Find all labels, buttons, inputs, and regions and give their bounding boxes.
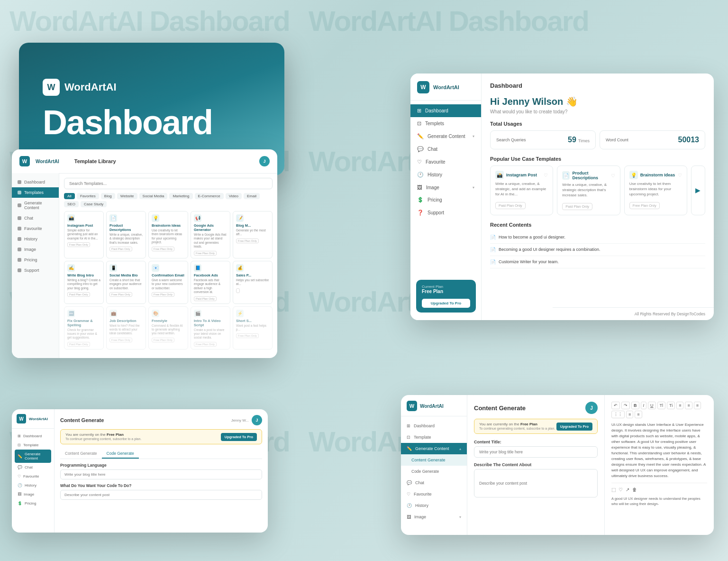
dash-nav-chat[interactable]: 💬 Chat [410, 143, 481, 156]
cwl-tool-h1[interactable]: Tl [657, 402, 666, 409]
dash-tc-product[interactable]: 📄 Product Descriptions ♡ Write a unique,… [557, 166, 620, 215]
upgrade-to-pro-button[interactable]: Upgraded To Pro [422, 299, 470, 308]
sidebar-item-templates[interactable]: Templates [12, 187, 59, 198]
cwl-tool-heart[interactable]: ♡ [619, 487, 623, 492]
template-card-short[interactable]: ⚡ Short S... Want post a fast helps p...… [233, 306, 273, 349]
filter-tab-favorites[interactable]: Favorites [77, 193, 99, 199]
cwl-content-title-input[interactable] [474, 446, 598, 458]
dash-tc-instagram[interactable]: 📸 Instagram Post ♡ Write a unique, creat… [490, 166, 553, 215]
cwl-nav-template[interactable]: ⊡Template [401, 432, 467, 443]
cwl-tool-bold[interactable]: B [631, 402, 639, 409]
template-card-confirm-email[interactable]: 📧 Confirmation Email Give a warm welcome… [148, 261, 188, 304]
recent-item-2[interactable]: 📄 Customize Writer for your team. [490, 256, 705, 268]
cws-nav-history[interactable]: 🕐History [15, 481, 51, 490]
filter-tab-case[interactable]: Case Study [81, 201, 107, 207]
cws-sub-tab-content[interactable]: Content Generate [60, 449, 102, 459]
cwl-upgrade-button[interactable]: Upgraded To Pro [556, 423, 592, 431]
cwl-nav-dashboard[interactable]: ⊞Dashboard [401, 420, 467, 432]
filter-tab-social[interactable]: Social Media [139, 193, 168, 199]
template-card-sales[interactable]: 💰 Sales P... Helps you set subscribe at.… [233, 261, 273, 304]
cwl-nav-image[interactable]: 🖼Image ▾ [401, 511, 467, 523]
cwl-tool-list[interactable]: ⋮⋮ [611, 411, 625, 418]
template-card-instagram[interactable]: 📸 Instagram Post Simple editor for gener… [64, 211, 104, 258]
cwl-tool-align-center[interactable]: ≡ [685, 402, 692, 409]
cwl-tool-undo[interactable]: ↶ [611, 402, 620, 409]
cws-nav-pricing[interactable]: 💲Pricing [15, 499, 51, 508]
filter-tab-seo[interactable]: SEO [64, 201, 79, 207]
cws-nav-image[interactable]: 🖼Image [15, 490, 51, 499]
dash-tc-brainstorm-heart[interactable]: ♡ [678, 173, 682, 178]
sidebar-item-generate[interactable]: Generate Content [12, 198, 59, 213]
filter-tab-marketing[interactable]: Marketing [169, 193, 192, 199]
template-card-video-script[interactable]: 🎬 Intro To A Video Script Create a post … [191, 306, 230, 349]
cws-nav-favourite[interactable]: ♡Favourite [15, 472, 51, 481]
filter-tab-email[interactable]: Email [244, 193, 260, 199]
sidebar-item-image[interactable]: Image [12, 244, 59, 255]
dash-tc-product-heart[interactable]: ♡ [611, 173, 615, 178]
template-card-facebook[interactable]: 📘 Facebook Ads Facebook ads that engage … [191, 261, 230, 304]
template-card-social-bio[interactable]: 📱 Social Media Bio Create a short bio th… [106, 261, 146, 304]
cwl-nav-favourite[interactable]: ♡Favourite [401, 488, 467, 500]
template-card-blog-intro[interactable]: ✍️ Write Blog Intro Writing a blog? Crea… [64, 261, 104, 304]
cws-upgrade-button[interactable]: Upgraded To Pro [221, 433, 257, 441]
cws-sub-tab-code[interactable]: Code Generate [102, 449, 139, 459]
dash-nav-generate[interactable]: ✏️ Generate Content ▾ [410, 130, 481, 143]
template-card-blog[interactable]: 📝 Blog M... Generate yo the most aff... … [233, 211, 273, 258]
recent-item-0[interactable]: 📄 How to become a good ui designer. [490, 231, 705, 244]
dash-nav-support[interactable]: ❓ Support [410, 206, 481, 219]
cws-nav-generate[interactable]: ✏️Generate Content [15, 450, 51, 463]
cwl-tool-redo[interactable]: ↷ [621, 402, 630, 409]
sidebar-item-support[interactable]: Support [12, 265, 59, 276]
dash-nav-pricing[interactable]: 💲 Pricing [410, 193, 481, 206]
cws-action-input[interactable] [60, 490, 262, 500]
dash-nav-favourite[interactable]: ♡ Favourite [410, 156, 481, 168]
filter-tab-blog[interactable]: Blog [101, 193, 115, 199]
cwl-nav-chat[interactable]: 💬Chat [401, 477, 467, 488]
recent-item-1[interactable]: 📄 Becoming a good UI designer requires a… [490, 244, 705, 256]
dash-tc-instagram-heart[interactable]: ♡ [544, 173, 548, 178]
recent-item-2-text: Customize Writer for your team. [499, 259, 559, 264]
cws-programming-input[interactable] [60, 469, 262, 479]
cwl-nav-history[interactable]: 🕐History [401, 500, 467, 511]
sidebar-item-chat[interactable]: Chat [12, 213, 59, 223]
cwl-tool-copy[interactable]: ⬚ [611, 487, 616, 492]
filter-tab-all[interactable]: All [64, 193, 75, 199]
template-card-fix-grammar[interactable]: 🔤 Fix Grammar & Spelling Check for gramm… [64, 306, 104, 349]
cwl-tool-align-right[interactable]: ≡ [694, 402, 701, 409]
cwl-nav-generate[interactable]: ✏️Generate Content ▴ [401, 443, 467, 454]
cwl-tool-share[interactable]: ↗ [626, 487, 629, 492]
template-card-brainstorm[interactable]: 💡 Brainstorm Ideas Use creativity to let… [148, 211, 188, 258]
filter-tab-website[interactable]: Website [117, 193, 137, 199]
template-card-freestyle[interactable]: 🎨 Freestyle Command & flexible AI to gen… [148, 306, 188, 349]
cws-nav-chat[interactable]: 💬Chat [15, 463, 51, 472]
cws-nav-dashboard[interactable]: ⊞Dashboard [15, 432, 51, 441]
cwl-nav-content-generate[interactable]: Content Generate [401, 454, 467, 466]
cwl-nav-code-generate[interactable]: Code Generate [401, 466, 467, 477]
dash-nav-image[interactable]: 🖼 Image ▾ [410, 181, 481, 193]
cwl-tool-align-left[interactable]: ≡ [676, 402, 683, 409]
dash-nav-history[interactable]: 🕐 History [410, 168, 481, 181]
template-card-job-desc[interactable]: 💼 Job Description Want to hire? Find the… [106, 306, 146, 349]
filter-tab-video[interactable]: Video [226, 193, 242, 199]
sidebar-item-pricing[interactable]: Pricing [12, 255, 59, 265]
dash-nav-templets[interactable]: ⊡ Templets [410, 117, 481, 130]
template-card-product[interactable]: 📄 Product Descriptions Write a unique, c… [106, 211, 146, 258]
cws-nav-template[interactable]: ⊡Template [15, 441, 51, 450]
dash-nav-dashboard[interactable]: ⊞ Dashboard [410, 104, 481, 117]
cwl-tool-more[interactable]: ≡ [635, 411, 642, 418]
sidebar-item-history[interactable]: History [12, 234, 59, 244]
cwl-logo-icon: W [407, 401, 417, 411]
dash-tc-overflow[interactable]: ▶ [691, 166, 705, 215]
cwl-tool-trash[interactable]: 🗑 [632, 487, 637, 492]
sidebar-item-dashboard[interactable]: Dashboard [12, 177, 59, 187]
template-search-input[interactable] [64, 178, 273, 189]
template-card-google-ads[interactable]: 📢 Google Ads Generator Write a Google Ad… [191, 211, 230, 258]
sidebar-item-favourite[interactable]: Favourite [12, 223, 59, 234]
cwl-describe-input[interactable] [474, 469, 598, 497]
cwl-tool-h2[interactable]: Ti [667, 402, 675, 409]
dash-tc-brainstorm[interactable]: 💡 Brainstorm Ideas ♡ Use creativity to l… [624, 166, 687, 215]
cwl-tool-ordered-list[interactable]: ≡ [626, 411, 633, 418]
cwl-tool-italic[interactable]: I [641, 402, 647, 409]
filter-tab-ecommerce[interactable]: E-Commerce [195, 193, 224, 199]
cwl-tool-underline[interactable]: U [648, 402, 656, 409]
